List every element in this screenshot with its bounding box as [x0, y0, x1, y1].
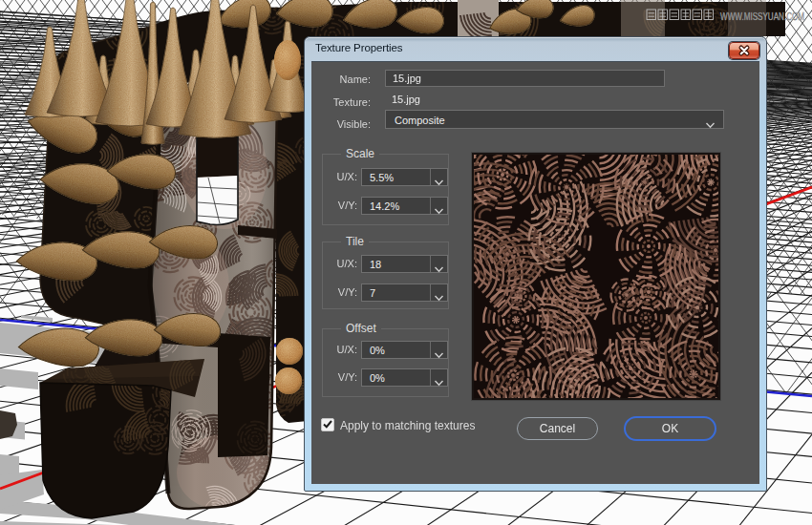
svg-text:WWW.MISSYUAN.COM: WWW.MISSYUAN.COM [720, 11, 804, 22]
